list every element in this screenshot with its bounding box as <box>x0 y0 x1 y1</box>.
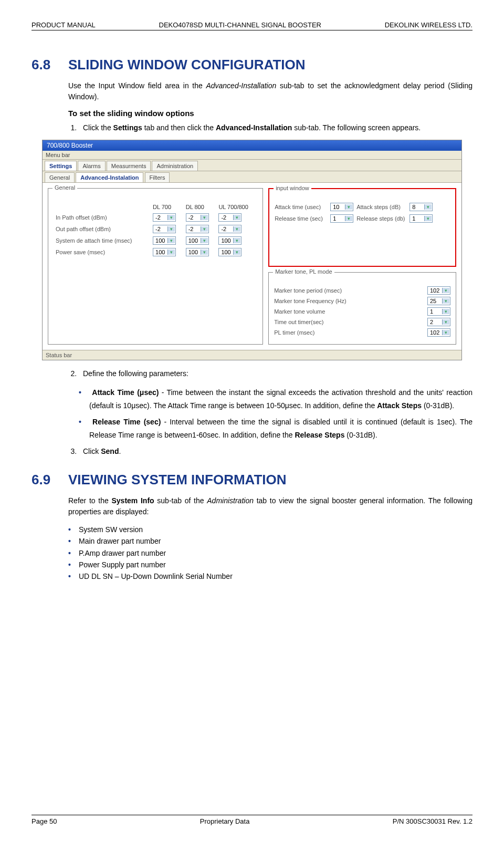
footer-right: P/N 300SC30031 Rev. 1.2 <box>393 817 472 825</box>
out-path-dl700-select[interactable]: -2▾ <box>153 225 176 233</box>
marker-tone-legend: Marker tone, PL mode <box>273 268 334 275</box>
in-path-ul-select[interactable]: -2▾ <box>218 213 242 222</box>
attack-time-select[interactable]: 10▾ <box>330 203 353 211</box>
timeout-timer-label: Time out timer(sec) <box>274 319 323 325</box>
chevron-down-icon: ▾ <box>424 216 432 221</box>
input-window-fieldset: input window Attack time (usec) 10▾ Atta… <box>268 188 456 267</box>
sliding-window-subhead: To set the sliding window options <box>68 109 472 118</box>
general-table: DL 700 DL 800 UL 700/800 In Path offset … <box>54 202 257 258</box>
pl-timer-label: PL timer (msec) <box>274 329 314 336</box>
attack-steps-select[interactable]: 8▾ <box>410 203 433 211</box>
detach-dl700-select[interactable]: 100▾ <box>153 236 176 245</box>
chevron-down-icon: ▾ <box>442 309 449 314</box>
tab-alarms[interactable]: Alarms <box>78 161 105 171</box>
release-steps-select[interactable]: 1▾ <box>410 214 433 223</box>
list-item: P.Amp drawer part number <box>79 547 472 559</box>
window-titlebar: 700/800 Booster <box>43 140 461 151</box>
out-path-dl800-select[interactable]: -2▾ <box>186 225 209 233</box>
secondary-tabs: General Advanced-Instalation Filters <box>43 171 461 183</box>
chevron-down-icon: ▾ <box>345 216 352 221</box>
header-center: DEKO4078SD MULTI-CHANNEL SIGNAL BOOSTER <box>159 21 321 29</box>
list-item: Power Supply part number <box>79 559 472 570</box>
step-3: Click Send. <box>79 445 472 457</box>
menu-bar[interactable]: Menu bar <box>43 151 461 160</box>
table-row: Power save (msec) 100▾ 100▾ 100▾ <box>54 246 257 258</box>
chevron-down-icon: ▾ <box>442 319 449 325</box>
chevron-down-icon: ▾ <box>233 215 240 220</box>
list-item: System SW version <box>79 524 472 535</box>
release-time-label: Release time (sec) <box>275 215 327 222</box>
marker-period-label: Marker tone period (msec) <box>274 287 342 294</box>
col-dl800: DL 800 <box>184 202 217 212</box>
step-2: Define the following parameters: <box>79 368 472 379</box>
section-num: 6.9 <box>32 472 68 488</box>
in-path-dl800-select[interactable]: -2▾ <box>186 213 209 222</box>
marker-period-select[interactable]: 102▾ <box>427 286 450 295</box>
in-path-dl700-select[interactable]: -2▾ <box>153 213 176 222</box>
chevron-down-icon: ▾ <box>442 298 449 304</box>
chevron-down-icon: ▾ <box>167 215 175 220</box>
col-dl700: DL 700 <box>151 202 184 212</box>
general-legend: General <box>52 184 77 191</box>
powersave-dl800-select[interactable]: 100▾ <box>186 248 209 256</box>
marker-vol-select[interactable]: 1▾ <box>427 307 450 316</box>
chevron-down-icon: ▾ <box>442 288 449 293</box>
timeout-timer-select[interactable]: 2▾ <box>427 318 450 326</box>
powersave-ul-select[interactable]: 100▾ <box>218 248 242 256</box>
section-68-title: 6.8SLIDING WINDOW CONFIGURATION <box>32 57 472 73</box>
steps-list: Click the Settings tab and then click th… <box>79 122 472 133</box>
table-row: System de attach time (msec) 100▾ 100▾ 1… <box>54 235 257 246</box>
table-row: Out path offset (dBm) -2▾ -2▾ -2▾ <box>54 223 257 235</box>
marker-tone-fieldset: Marker tone, PL mode Marker tone period … <box>268 272 456 345</box>
chevron-down-icon: ▾ <box>424 204 432 210</box>
input-window-legend: input window <box>274 185 311 191</box>
tab-settings[interactable]: Settings <box>45 161 77 171</box>
advanced-installation-screenshot: 700/800 Booster Menu bar Settings Alarms… <box>42 140 462 360</box>
tab-measurments[interactable]: Measurments <box>107 161 151 171</box>
list-item: UD DL SN – Up-Down Downlink Serial Numbe… <box>79 570 472 582</box>
footer-center: Proprietary Data <box>200 817 250 825</box>
release-time-select[interactable]: 1▾ <box>330 214 353 223</box>
chevron-down-icon: ▾ <box>345 204 352 210</box>
attack-time-label: Attack time (usec) <box>275 204 327 210</box>
steps-list-end: Click Send. <box>79 445 472 457</box>
release-steps-label: Release steps (db) <box>356 215 406 222</box>
tab-administration[interactable]: Administration <box>152 161 198 171</box>
page-header: PRODUCT MANUAL DEKO4078SD MULTI-CHANNEL … <box>32 21 472 30</box>
out-path-ul-select[interactable]: -2▾ <box>218 225 242 233</box>
section-69-intro: Refer to the System Info sub-tab of the … <box>68 495 472 517</box>
step-1: Click the Settings tab and then click th… <box>79 122 472 133</box>
chevron-down-icon: ▾ <box>233 250 240 255</box>
param-bullets: Attack Time (μsec) - Time between the in… <box>89 386 472 442</box>
system-info-list: System SW version Main drawer part numbe… <box>79 524 472 583</box>
chevron-down-icon: ▾ <box>201 226 208 232</box>
detach-dl800-select[interactable]: 100▾ <box>186 236 209 245</box>
pl-timer-select[interactable]: 102▾ <box>427 328 450 337</box>
primary-tabs: Settings Alarms Measurments Administrati… <box>43 160 461 171</box>
page-footer: Page 50 Proprietary Data P/N 300SC30031 … <box>32 815 472 825</box>
section-69-title: 6.9VIEWING SYSTEM INFORMATION <box>32 472 472 488</box>
attack-time-bullet: Attack Time (μsec) - Time between the in… <box>89 386 472 412</box>
marker-freq-label: Marker tone Frequency (Hz) <box>274 298 346 304</box>
marker-freq-select[interactable]: 25▾ <box>427 297 450 305</box>
section-68-intro: Use the Input Window field area in the A… <box>68 80 472 102</box>
list-item: Main drawer part number <box>79 535 472 547</box>
header-left: PRODUCT MANUAL <box>32 21 96 29</box>
tab-advanced-instalation[interactable]: Advanced-Instalation <box>76 172 143 182</box>
chevron-down-icon: ▾ <box>167 238 175 243</box>
attack-steps-label: Attack steps (dB) <box>356 204 406 210</box>
chevron-down-icon: ▾ <box>233 238 240 243</box>
header-right: DEKOLINK WIRELESS LTD. <box>385 21 472 29</box>
col-ul700800: UL 700/800 <box>216 202 257 212</box>
chevron-down-icon: ▾ <box>201 215 208 220</box>
release-time-bullet: Release Time (sec) - Interval between th… <box>89 416 472 442</box>
chevron-down-icon: ▾ <box>442 330 449 335</box>
general-fieldset: General DL 700 DL 800 UL 700/800 In Path… <box>48 188 263 345</box>
tab-filters[interactable]: Filters <box>145 172 170 182</box>
detach-ul-select[interactable]: 100▾ <box>218 236 242 245</box>
section-num: 6.8 <box>32 57 68 73</box>
tab-general[interactable]: General <box>45 172 75 182</box>
powersave-dl700-select[interactable]: 100▾ <box>153 248 176 256</box>
chevron-down-icon: ▾ <box>233 226 240 232</box>
chevron-down-icon: ▾ <box>201 238 208 243</box>
